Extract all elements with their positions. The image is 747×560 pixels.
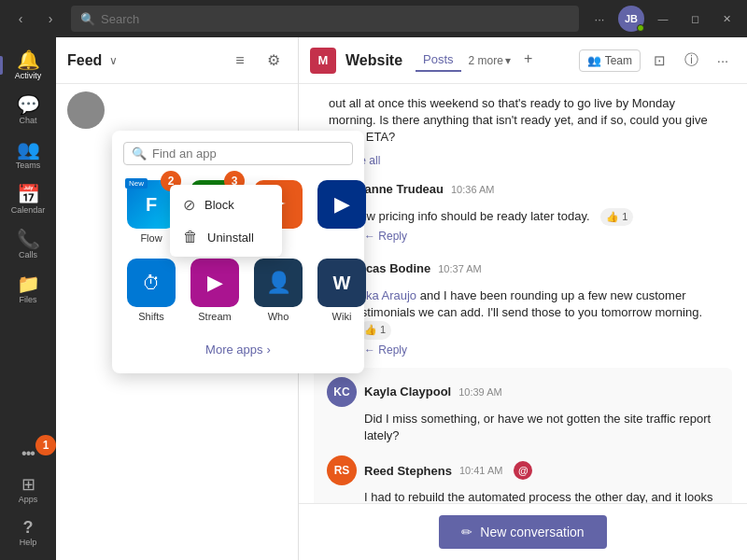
time-kayla: 10:39 AM: [458, 386, 501, 398]
trash-icon: 🗑: [183, 229, 198, 245]
app-item-blue2[interactable]: ▶: [314, 176, 370, 247]
reed-reply: RS Reed Stephens 10:41 AM @ I had to reb…: [327, 455, 719, 503]
nav-buttons: ‹ ›: [7, 6, 63, 32]
intro-message: out all at once this weekend so that's r…: [314, 95, 732, 147]
sidebar-item-calls[interactable]: 📞 Calls: [4, 224, 52, 265]
new-conversation-button[interactable]: ✏ New conversation: [439, 515, 606, 549]
more-actions-button[interactable]: ···: [710, 48, 736, 74]
message-header: JT Jeanne Trudeau 10:36 AM: [314, 175, 732, 204]
app-search-bar[interactable]: 🔍: [123, 142, 353, 165]
more-options-button[interactable]: ···: [586, 6, 613, 32]
collapse-all-button[interactable]: ↑ Collapse all: [314, 154, 732, 167]
feed-header: Feed ∨ ≡ ⚙: [56, 37, 298, 84]
app-item-who[interactable]: 👤 Who: [250, 255, 306, 326]
body-kayla: Did I miss something, or have we not got…: [327, 411, 719, 444]
titlebar-actions: ··· JB — ◻ ✕: [586, 6, 740, 32]
team-button[interactable]: 👥 Team: [579, 49, 641, 72]
shifts-icon: ⏱: [127, 259, 176, 307]
who-label: Who: [268, 311, 289, 322]
sidebar-item-apps[interactable]: ⊞ Apps: [4, 470, 52, 510]
teams-icon: 👥: [17, 140, 40, 159]
avatar-reed: RS: [327, 455, 357, 485]
sidebar-item-help[interactable]: ? Help: [4, 513, 52, 553]
message-header-reed: RS Reed Stephens 10:41 AM @: [327, 455, 719, 485]
main-layout: 🔔 Activity 💬 Chat 👥 Teams 📅 Calendar 📞 C…: [0, 37, 747, 560]
add-tab-button[interactable]: +: [518, 49, 538, 72]
feed-chevron-icon[interactable]: ∨: [109, 54, 118, 67]
help-icon: ?: [23, 519, 34, 536]
sidebar-item-files[interactable]: 📁 Files: [4, 269, 52, 310]
blue2-icon: ▶: [317, 180, 366, 229]
wiki-label: Wiki: [332, 311, 352, 322]
sender-kayla: Kayla Claypool: [364, 385, 451, 399]
chat-icon: 💬: [17, 95, 40, 114]
message-header: LB Lucas Bodine 10:37 AM: [314, 254, 732, 284]
time-reed: 10:41 AM: [459, 465, 502, 476]
team-icon: 👥: [587, 54, 601, 67]
kayla-message-card: KC Kayla Claypool 10:39 AM Did I miss so…: [314, 368, 732, 503]
minimize-button[interactable]: —: [650, 6, 676, 32]
compose-icon: ✏: [461, 525, 472, 539]
block-menu-item[interactable]: ⊘ Block: [170, 189, 282, 221]
body-reed: I had to rebuild the automated process t…: [327, 489, 719, 503]
sidebar-item-chat[interactable]: 💬 Chat: [4, 90, 52, 131]
message-header-kayla: KC Kayla Claypool 10:39 AM: [327, 377, 719, 407]
message-time: 10:36 AM: [451, 184, 494, 195]
more-apps-link[interactable]: More apps ›: [123, 337, 353, 362]
message-time: 10:37 AM: [438, 263, 481, 274]
avatar[interactable]: JB: [618, 6, 644, 32]
avatar-kayla: KC: [327, 377, 357, 407]
sidebar-item-activity[interactable]: 🔔 Activity: [4, 45, 52, 86]
activity-icon: 🔔: [17, 50, 40, 69]
sidebar-item-calendar[interactable]: 📅 Calendar: [4, 179, 52, 220]
search-bar[interactable]: 🔍: [71, 6, 579, 32]
chat-header-actions: 👥 Team ⊡ ⓘ ···: [579, 48, 736, 74]
settings-button[interactable]: ⚙: [261, 48, 287, 74]
shifts-label: Shifts: [138, 311, 164, 322]
chat-header: M Website Posts 2 more ▾ + 👥 Team ⊡ ⓘ: [299, 37, 747, 84]
app-search-input[interactable]: [152, 147, 345, 161]
close-button[interactable]: ✕: [713, 6, 740, 32]
context-menu: ⊘ Block 🗑 Uninstall: [170, 185, 282, 257]
block-icon: ⊘: [183, 196, 195, 214]
app-item-shifts[interactable]: ⏱ Shifts: [123, 255, 179, 326]
reaction-thumbs[interactable]: 👍 1: [600, 208, 633, 226]
who-icon: 👤: [254, 259, 303, 307]
message-group-jeanne: JT Jeanne Trudeau 10:36 AM New pricing i…: [314, 175, 732, 243]
sidebar-item-more[interactable]: ••• 1: [4, 441, 52, 467]
calendar-icon: 📅: [17, 185, 40, 203]
info-button[interactable]: ⓘ: [678, 48, 704, 74]
wiki-icon: W: [317, 259, 366, 307]
channel-name: Website: [345, 52, 402, 69]
sidebar-item-teams[interactable]: 👥 Teams: [4, 134, 52, 175]
feed-preview-strip: [56, 84, 298, 136]
search-icon: 🔍: [80, 12, 95, 26]
message-actions: ↩ ← Reply: [314, 230, 732, 243]
message-body: New pricing info should be ready later t…: [314, 208, 732, 226]
apps-icon: ⊞: [21, 476, 35, 493]
message-group-lucas: LB Lucas Bodine 10:37 AM Erika Araujo an…: [314, 254, 732, 357]
search-input[interactable]: [101, 12, 570, 26]
tab-posts[interactable]: Posts: [416, 49, 461, 72]
at-mention-icon[interactable]: @: [514, 461, 532, 480]
channel-tabs: Posts 2 more ▾ +: [416, 49, 538, 72]
message-body: Erika Araujo and I have been rounding up…: [314, 287, 732, 340]
sender-reed: Reed Stephens: [364, 464, 452, 478]
flow-label: Flow: [140, 232, 162, 244]
forward-button[interactable]: ›: [37, 6, 63, 32]
app-item-stream[interactable]: ▶ Stream: [187, 255, 243, 326]
maximize-button[interactable]: ◻: [682, 6, 708, 32]
app-item-wiki[interactable]: W Wiki: [314, 255, 370, 326]
channel-avatar: M: [310, 48, 336, 74]
more-icon: •••: [21, 446, 35, 461]
presence-dot: [637, 24, 644, 32]
step-badge-1: 1: [35, 435, 56, 455]
stream-icon: ▶: [190, 259, 239, 307]
video-button[interactable]: ⊡: [646, 48, 672, 74]
uninstall-menu-item[interactable]: 🗑 Uninstall: [170, 221, 282, 253]
back-button[interactable]: ‹: [7, 6, 34, 32]
new-badge: New: [125, 178, 148, 189]
titlebar: ‹ › 🔍 ··· JB — ◻ ✕: [0, 0, 747, 37]
tab-more[interactable]: 2 more ▾: [465, 49, 514, 72]
filter-button[interactable]: ≡: [227, 48, 253, 74]
